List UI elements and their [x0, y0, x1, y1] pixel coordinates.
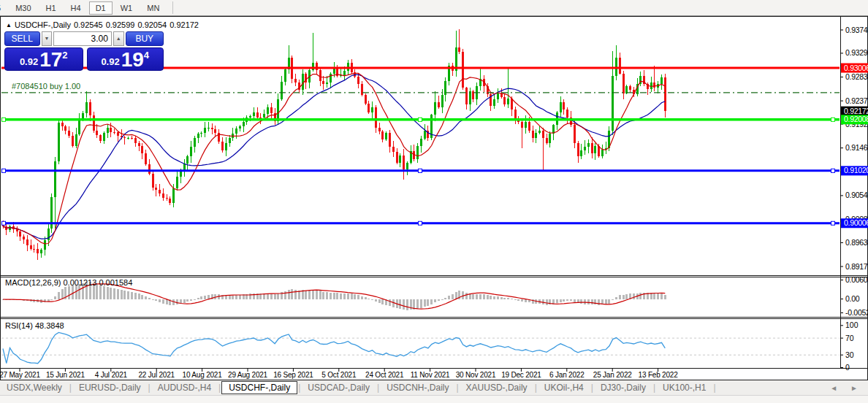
svg-text:0.92008: 0.92008	[844, 115, 868, 123]
svg-text:0.93740: 0.93740	[845, 26, 868, 34]
sell-price-display[interactable]: 0.92 17 2	[4, 47, 83, 71]
tab-separator: |	[218, 383, 221, 393]
chart-tab-usdx-weekly[interactable]: USDX,Weekly	[0, 381, 69, 394]
svg-text:19 Dec 2021: 19 Dec 2021	[501, 371, 541, 379]
tab-separator: |	[713, 383, 715, 393]
tab-separator: |	[653, 383, 655, 393]
sell-button[interactable]: SELL	[4, 31, 40, 46]
svg-text:0.92370: 0.92370	[845, 96, 868, 105]
chart-tab-usdcnh-daily[interactable]: USDCNH-,Daily	[380, 381, 455, 394]
svg-text:0.89630: 0.89630	[845, 238, 868, 247]
ohlc-low: 0.92054	[137, 20, 167, 29]
svg-text:0.90540: 0.90540	[845, 191, 868, 199]
tab-separator: |	[591, 383, 593, 393]
date-axis: 27 May 202115 Jun 20214 Jul 202122 Jul 2…	[0, 369, 678, 379]
svg-text:29 Aug 2021: 29 Aug 2021	[228, 371, 268, 379]
buy-price-pips: 19	[121, 50, 144, 69]
volume-input[interactable]: 3.00	[53, 31, 112, 46]
svg-text:30: 30	[845, 350, 854, 359]
sell-price-prefix: 0.92	[20, 56, 38, 67]
collapse-arrow-icon[interactable]: ▲	[6, 22, 12, 28]
svg-text:13 Feb 2022: 13 Feb 2022	[639, 371, 679, 379]
open-order-label: #7084510 buy 1.00	[12, 82, 80, 91]
status-strip	[0, 395, 868, 403]
tab-separator: |	[69, 383, 72, 393]
svg-text:0.89170: 0.89170	[845, 262, 868, 271]
svg-text:24 Oct 2021: 24 Oct 2021	[365, 371, 404, 379]
svg-text:11 Nov 2021: 11 Nov 2021	[411, 371, 450, 379]
svg-text:0.92172: 0.92172	[844, 107, 868, 115]
volume-decrease-button[interactable]: ▼	[42, 31, 53, 46]
sell-price-point: 2	[62, 50, 67, 61]
one-click-trade-panel: SELL ▼ 3.00 ▲ BUY 0.92 17 2 0.92 19 4	[4, 31, 164, 71]
ohlc-open: 0.92545	[74, 20, 103, 29]
chart-symbol-label: USDCHF-,Daily	[15, 20, 71, 29]
buy-button[interactable]: BUY	[126, 31, 164, 46]
tab-separator: |	[535, 383, 537, 393]
chart-tab-dj30-daily[interactable]: DJ30-,Daily	[594, 381, 652, 394]
chart-tab-audusd-h4[interactable]: AUDUSD-,H4	[151, 381, 218, 394]
ohlc-high: 0.92599	[106, 20, 135, 29]
buy-price-point: 4	[144, 50, 149, 61]
svg-text:0.91020: 0.91020	[844, 166, 868, 174]
chart-title: ▲USDCHF-,Daily0.925450.925990.920540.921…	[6, 20, 202, 29]
svg-text:0.92830: 0.92830	[845, 72, 868, 81]
svg-text:70: 70	[845, 334, 854, 342]
volume-increase-button[interactable]: ▲	[113, 31, 124, 46]
chart-tab-usdcad-daily[interactable]: USDCAD-,Daily	[301, 381, 376, 394]
svg-text:22 Jul 2021: 22 Jul 2021	[138, 371, 175, 379]
svg-text:6 Jan 2022: 6 Jan 2022	[549, 371, 585, 379]
tab-scroll-arrows: ◄ ►	[830, 384, 858, 392]
buy-price-display[interactable]: 0.92 19 4	[87, 47, 164, 71]
sell-price-pips: 17	[39, 50, 62, 69]
svg-text:-0.00522: -0.00522	[845, 308, 868, 317]
chart-tab-uk100-h1[interactable]: UK100-,H1	[656, 381, 712, 394]
svg-text:16 Sep 2021: 16 Sep 2021	[273, 371, 313, 379]
tab-separator: |	[148, 383, 151, 393]
svg-text:0.00: 0.00	[845, 294, 860, 303]
svg-text:0.93006: 0.93006	[844, 64, 868, 72]
trading-terminal-window: 5M30H1H4D1W1MN 0.937400.932900.928300.92…	[0, 0, 868, 403]
svg-text:27 May 2021: 27 May 2021	[0, 371, 40, 379]
tab-separator: |	[377, 383, 379, 393]
svg-text:30 Nov 2021: 30 Nov 2021	[456, 371, 496, 379]
svg-text:0.90006: 0.90006	[844, 218, 868, 227]
svg-text:4 Jul 2021: 4 Jul 2021	[95, 371, 128, 379]
svg-text:0.006038: 0.006038	[845, 275, 868, 284]
svg-text:0.91460: 0.91460	[845, 143, 868, 152]
macd-indicator-label: MACD(12,26,9) 0.001213 0.001584	[5, 278, 132, 287]
svg-text:5 Oct 2021: 5 Oct 2021	[321, 371, 357, 379]
support-line-green[interactable]	[1, 118, 840, 121]
chart-tab-ukoil-h4[interactable]: UKOil-,H4	[538, 381, 590, 394]
chart-tab-eurusd-daily[interactable]: EURUSD-,Daily	[72, 381, 148, 394]
chart-tab-usdchf-daily[interactable]: USDCHF-,Daily	[221, 381, 297, 394]
chart-tab-xauusd-daily[interactable]: XAUUSD-,Daily	[460, 381, 534, 394]
tab-separator: |	[456, 383, 458, 393]
svg-text:100: 100	[845, 321, 859, 329]
svg-text:15 Jun 2021: 15 Jun 2021	[46, 371, 85, 379]
svg-text:0.93290: 0.93290	[845, 48, 868, 57]
buy-price-prefix: 0.92	[101, 56, 119, 67]
svg-text:25 Jan 2022: 25 Jan 2022	[593, 371, 632, 379]
tab-scroll-right-icon[interactable]: ►	[850, 384, 858, 392]
svg-text:10 Aug 2021: 10 Aug 2021	[183, 371, 223, 379]
tab-separator: |	[298, 383, 300, 393]
svg-text:0: 0	[845, 363, 850, 372]
tab-scroll-left-icon[interactable]: ◄	[830, 384, 837, 392]
chart-tab-bar: USDX,Weekly|EURUSD-,Daily|AUDUSD-,H4|USD…	[0, 380, 868, 395]
ohlc-close: 0.92172	[170, 20, 199, 29]
rsi-indicator-label: RSI(14) 48.3848	[5, 321, 64, 330]
